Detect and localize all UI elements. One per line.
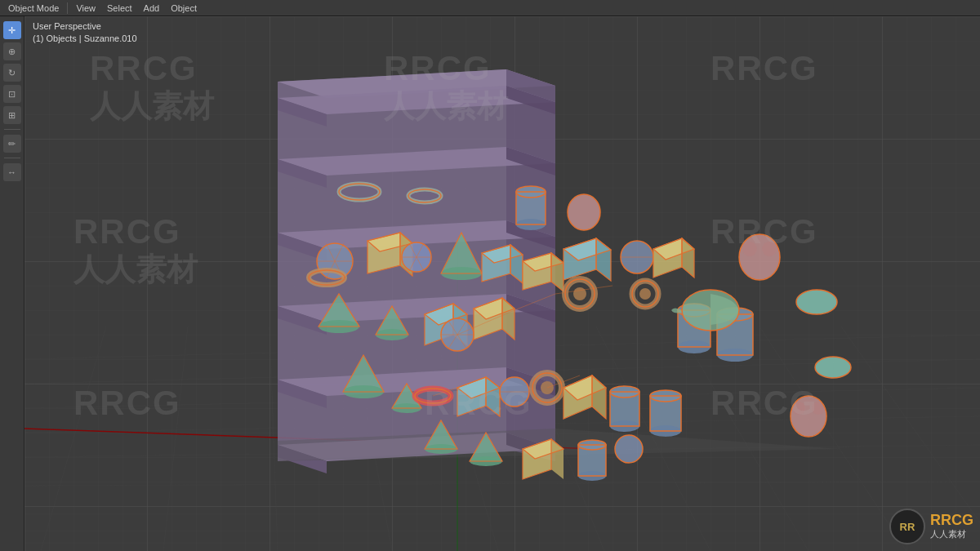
tool-scale[interactable]: ⊡	[3, 85, 21, 103]
logo-sub-text: 人人素材	[930, 528, 973, 540]
svg-point-110	[639, 288, 651, 300]
svg-point-103	[742, 242, 757, 256]
menu-object[interactable]: Object	[166, 2, 202, 15]
menu-add[interactable]: Add	[139, 2, 165, 15]
svg-point-104	[762, 242, 777, 256]
menu-view[interactable]: View	[71, 2, 100, 15]
tool-rotate[interactable]: ↻	[3, 64, 21, 82]
logo-circle-icon: RR	[889, 509, 925, 544]
menu-select[interactable]: Select	[102, 2, 137, 15]
tool-annotate[interactable]: ✏	[3, 135, 21, 153]
menu-separator-1	[67, 2, 68, 14]
menu-object-mode[interactable]: Object Mode	[3, 2, 64, 15]
logo-main-text: RRCG	[930, 513, 973, 529]
tool-measure[interactable]: ↔	[3, 163, 21, 181]
tool-move[interactable]: ⊕	[3, 42, 21, 60]
object-info: (1) Objects | Suzanne.010	[29, 33, 140, 44]
left-toolbar: ✛ ⊕ ↻ ⊡ ⊞ ✏ ↔	[0, 16, 24, 551]
viewport-info: User Perspective (1) Objects | Suzanne.0…	[29, 20, 140, 44]
tool-transform[interactable]: ⊞	[3, 106, 21, 124]
3d-viewport[interactable]: RRCG 人人素材 RRCG 人人素材 RRCG RRCG 人人素材 RRCG …	[24, 16, 980, 551]
logo-text-block: RRCG 人人素材	[930, 513, 973, 541]
toolbar-separator-1	[4, 129, 20, 130]
rrcg-logo: RR RRCG 人人素材	[889, 509, 973, 544]
top-menu-bar: Object Mode View Select Add Object	[0, 0, 980, 16]
tool-cursor[interactable]: ✛	[3, 21, 21, 39]
toolbar-separator-2	[4, 158, 20, 158]
grid-background	[24, 16, 980, 551]
svg-point-107	[573, 287, 586, 300]
perspective-label: User Perspective	[29, 20, 140, 33]
